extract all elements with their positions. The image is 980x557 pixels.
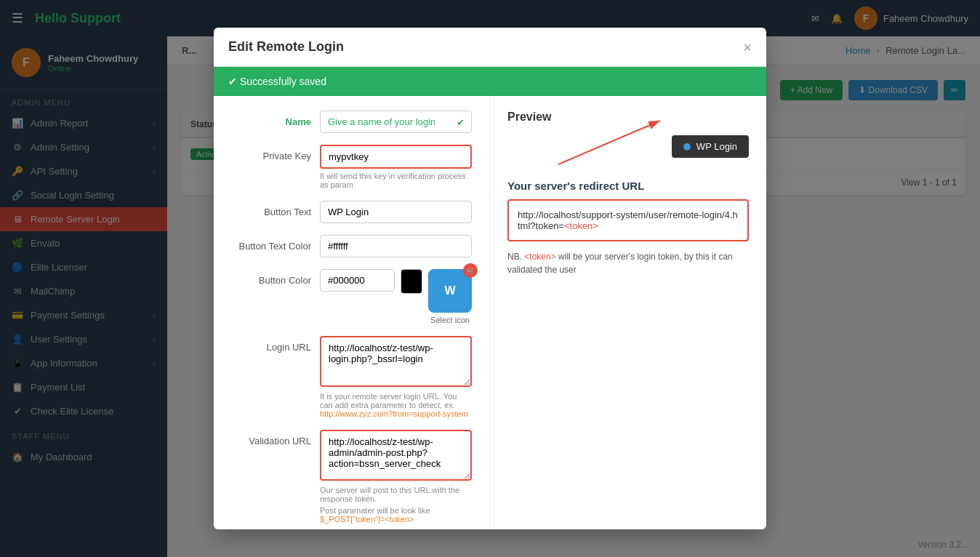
button-text-color-label: Button Text Color xyxy=(231,235,311,252)
validation-url-token: $_POST["token"]=<token> xyxy=(320,515,414,524)
login-url-label: Login URL xyxy=(231,336,311,353)
modal-grid: Name Give a name of your login ✔ xyxy=(214,96,766,529)
private-key-input[interactable] xyxy=(320,145,472,169)
modal-title: Edit Remote Login xyxy=(228,39,344,55)
edit-remote-login-modal: Edit Remote Login × ✔ Successfully saved… xyxy=(214,28,766,529)
validation-url-label: Validation URL xyxy=(231,430,311,446)
button-text-input[interactable] xyxy=(320,201,472,223)
private-key-label: Private Key xyxy=(231,145,311,161)
modal-header: Edit Remote Login × xyxy=(214,28,766,67)
private-key-wrap: It will send this key in verification pr… xyxy=(320,145,472,189)
login-url-hint-link: http://www.zyz.com?from=support-system xyxy=(320,409,468,418)
redirect-note: NB. <token> will be your server's login … xyxy=(507,250,749,276)
name-row: Name Give a name of your login ✔ xyxy=(231,111,472,133)
preview-wp-login-button[interactable]: WP Login xyxy=(672,135,749,158)
modal-overlay[interactable]: Edit Remote Login × ✔ Successfully saved… xyxy=(0,0,980,557)
redirect-title: Your server's redirect URL xyxy=(507,180,749,192)
button-text-wrap xyxy=(320,201,472,223)
button-color-input[interactable] xyxy=(320,269,395,292)
modal-close-button[interactable]: × xyxy=(743,40,752,55)
icon-badge: 🛒 xyxy=(463,263,478,278)
button-text-color-wrap xyxy=(320,235,472,257)
redirect-url-token: <token> xyxy=(564,220,598,231)
login-url-hint: It is your remote server login URL. You … xyxy=(320,392,472,418)
button-color-wrap: W 🛒 Select icon xyxy=(320,269,472,324)
svg-text:W: W xyxy=(444,284,456,297)
wp-icon: W xyxy=(437,278,463,304)
success-banner: ✔ Successfully saved xyxy=(214,67,766,96)
private-key-row: Private Key It will send this key in ver… xyxy=(231,145,472,189)
redirect-url-box: http://localhost/support-system/user/rem… xyxy=(507,199,749,241)
select-icon-label[interactable]: Select icon xyxy=(430,316,470,324)
wp-dot xyxy=(683,143,691,151)
redirect-url-base: http://localhost/support-system/user/rem… xyxy=(518,209,738,231)
redirect-section: Your server's redirect URL http://localh… xyxy=(507,180,749,276)
redirect-note-token: <token> xyxy=(524,252,555,262)
button-text-color-row: Button Text Color xyxy=(231,235,472,257)
check-mark-icon: ✔ xyxy=(457,116,465,127)
button-text-color-input[interactable] xyxy=(320,235,472,257)
button-text-label: Button Text xyxy=(231,201,311,217)
name-input-wrap: Give a name of your login ✔ xyxy=(320,111,472,133)
modal-form: Name Give a name of your login ✔ xyxy=(214,96,490,529)
login-url-wrap: http://localhost/z-test/wp-login.php?_bs… xyxy=(320,336,472,418)
validation-url-wrap: http://localhost/z-test/wp-admin/admin-p… xyxy=(320,430,472,524)
modal-body: Name Give a name of your login ✔ xyxy=(214,96,766,529)
name-select[interactable]: Give a name of your login xyxy=(320,111,472,133)
preview-button-area: WP Login xyxy=(507,135,749,158)
validation-url-input[interactable]: http://localhost/z-test/wp-admin/admin-p… xyxy=(320,430,472,481)
success-message: ✔ Successfully saved xyxy=(228,76,326,87)
name-label: Name xyxy=(231,111,311,127)
button-color-label: Button Color xyxy=(231,269,311,286)
validation-url-row: Validation URL http://localhost/z-test/w… xyxy=(231,430,472,524)
color-swatch[interactable] xyxy=(401,269,422,294)
icon-selector: W 🛒 Select icon xyxy=(428,269,472,324)
modal-preview: Preview xyxy=(490,96,766,529)
preview-button-label: WP Login xyxy=(696,141,737,152)
login-url-input[interactable]: http://localhost/z-test/wp-login.php?_bs… xyxy=(320,336,472,387)
button-text-row: Button Text xyxy=(231,201,472,223)
validation-url-hint1: Our server will post to this URL with th… xyxy=(320,486,472,503)
button-color-row: Button Color W xyxy=(231,269,472,324)
icon-preview[interactable]: W 🛒 xyxy=(428,269,472,313)
login-url-row: Login URL http://localhost/z-test/wp-log… xyxy=(231,336,472,418)
private-key-hint: It will send this key in verification pr… xyxy=(320,172,472,189)
validation-url-hint2: Post paramater will be look like $_POST[… xyxy=(320,506,472,524)
preview-title: Preview xyxy=(507,111,749,124)
